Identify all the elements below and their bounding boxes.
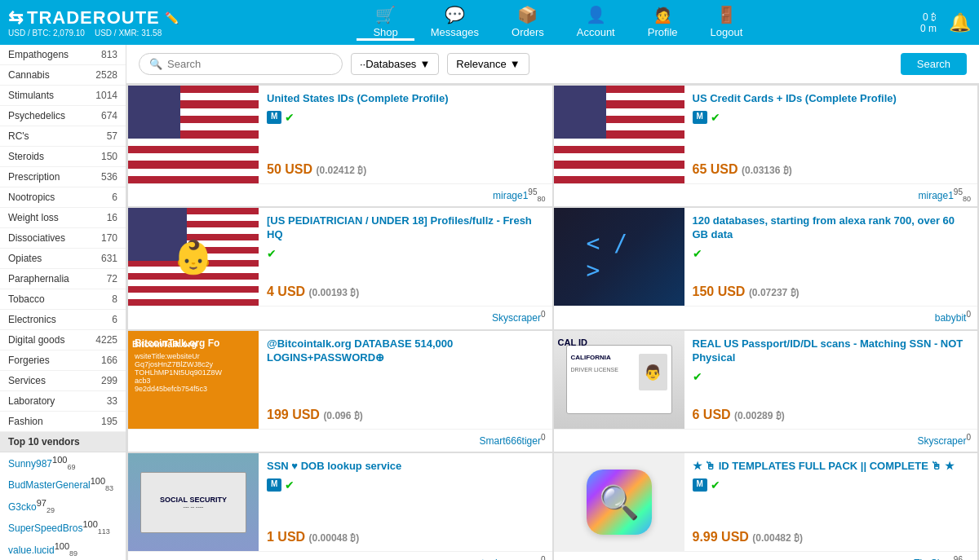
product-title[interactable]: @Bitcointalk.org DATABASE 514,000 LOGINS… [267, 337, 544, 365]
nav-shop[interactable]: 🛒 Shop [357, 5, 414, 41]
product-price: 150 USD (0.07237 ₿) [693, 284, 970, 299]
vendor-name[interactable]: babybit0 [935, 310, 971, 325]
card-info: United States IDs (Complete Profile) M✔ … [259, 86, 552, 183]
nav-orders-label: Orders [512, 26, 544, 38]
sidebar-item-laboratory[interactable]: Laboratory33 [0, 391, 126, 412]
main-layout: Empathogens813Cannabis2528Stimulants1014… [0, 45, 979, 560]
sidebar-item-steroids[interactable]: Steroids150 [0, 147, 126, 167]
sort-dropdown[interactable]: Relevance ▼ [447, 53, 529, 75]
logo-text: TRADEROUTE [27, 7, 160, 29]
sidebar-item-digital-goods[interactable]: Digital goods4225 [0, 330, 126, 351]
product-price: 9.99 USD (0.00482 ₿) [693, 530, 970, 545]
product-title[interactable]: 120 databases, starting from alexa rank … [693, 214, 970, 242]
product-title[interactable]: REAL US Passport/ID/DL scans - Matching … [693, 337, 970, 365]
vendor-rating: 0 [541, 433, 546, 442]
product-card[interactable]: 👶 [US PEDIATRICIAN / UNDER 18] Profiles/… [128, 208, 552, 329]
product-title[interactable]: US Credit Cards + IDs (Complete Profile) [693, 92, 970, 106]
card-top: 👶 [US PEDIATRICIAN / UNDER 18] Profiles/… [128, 208, 552, 306]
nav-profile[interactable]: 🙍 Profile [631, 5, 694, 41]
card-footer: Skyscraper0 [128, 306, 552, 329]
vendor-item-superspeedbros[interactable]: SuperSpeedBros100113 [0, 517, 126, 538]
sidebar-item-prescription[interactable]: Prescription536 [0, 167, 126, 187]
card-info: US Credit Cards + IDs (Complete Profile)… [684, 86, 978, 183]
top-vendors-label: Top 10 vendors [8, 436, 80, 448]
card-info: @Bitcointalk.org DATABASE 514,000 LOGINS… [259, 331, 552, 429]
user-info: 0 ₿ 0 m [920, 11, 937, 34]
card-footer: babybit0 [554, 306, 978, 329]
product-title[interactable]: [US PEDIATRICIAN / UNDER 18] Profiles/fu… [267, 214, 544, 242]
vendor-name[interactable]: Skyscraper0 [492, 310, 546, 325]
message-count-display: 0 m [920, 23, 937, 34]
sidebar-item-services[interactable]: Services299 [0, 371, 126, 391]
card-footer: Skyscraper0 [554, 429, 978, 452]
sidebar-item-rc's[interactable]: RC's57 [0, 126, 126, 147]
product-title[interactable]: United States IDs (Complete Profile) [267, 92, 544, 106]
header-right: 0 ₿ 0 m 🔔 [920, 11, 971, 34]
product-card[interactable]: United States IDs (Complete Profile) M✔ … [128, 86, 552, 206]
product-image [554, 208, 684, 306]
sort-label: Relevance [456, 58, 506, 70]
database-dropdown[interactable]: ··Databases ▼ [351, 53, 439, 75]
search-input-wrap[interactable]: 🔍 [139, 53, 343, 75]
card-footer: mirage19580 [128, 183, 552, 206]
search-button[interactable]: Search [901, 53, 967, 75]
sidebar-item-paraphernalia[interactable]: Paraphernalia72 [0, 269, 126, 289]
product-card[interactable]: US Credit Cards + IDs (Complete Profile)… [554, 86, 978, 206]
badge-check-icon: ✔ [693, 370, 702, 383]
vendor-name[interactable]: stanleymorgan0 [476, 555, 545, 560]
search-input[interactable] [167, 58, 332, 70]
vendor-name[interactable]: mirage19580 [493, 187, 546, 203]
nav-account-label: Account [577, 26, 615, 38]
sidebar-item-forgeries[interactable]: Forgeries166 [0, 351, 126, 371]
badge-check-icon: ✔ [693, 247, 702, 260]
nav-items: 🛒 Shop 💬 Messages 📦 Orders 👤 Account 🙍 P… [196, 5, 920, 41]
vendor-item-sunny987[interactable]: Sunny98710069 [0, 452, 126, 474]
sidebar-item-tobacco[interactable]: Tobacco8 [0, 289, 126, 310]
sidebar-item-weight-loss[interactable]: Weight loss16 [0, 208, 126, 228]
sort-arrow-icon: ▼ [510, 58, 521, 70]
product-card[interactable]: 120 databases, starting from alexa rank … [554, 208, 978, 329]
vendor-rating: 96 [954, 555, 963, 560]
card-top: United States IDs (Complete Profile) M✔ … [128, 86, 552, 183]
card-top: BitcoinTalk.org Fo wsiteTitle:websiteUrG… [128, 331, 552, 429]
nav-account[interactable]: 👤 Account [560, 5, 631, 41]
sidebar-item-opiates[interactable]: Opiates631 [0, 249, 126, 269]
badge-check-icon: ✔ [267, 247, 277, 260]
sidebar-item-fashion[interactable]: Fashion195 [0, 412, 126, 432]
top-vendors-section: Top 10 vendors [0, 432, 126, 452]
vendor-name[interactable]: TheShop9687 [914, 555, 971, 560]
logo[interactable]: ⇆ TRADEROUTE ✏️ [8, 7, 179, 29]
nav-messages[interactable]: 💬 Messages [414, 5, 495, 41]
product-image: 👶 [128, 208, 259, 306]
product-card[interactable]: 🔍 ★ 🖱 ID TEMPLATES FULL PACK || COMPLETE… [554, 453, 978, 560]
sidebar-item-dissociatives[interactable]: Dissociatives170 [0, 228, 126, 249]
vendor-name[interactable]: mirage19580 [919, 187, 972, 203]
vendor-item-g3cko[interactable]: G3cko9729 [0, 496, 126, 517]
vendor-name[interactable]: Smart666tiger0 [480, 433, 546, 448]
card-footer: Smart666tiger0 [128, 429, 552, 452]
sidebar-item-electronics[interactable]: Electronics6 [0, 310, 126, 330]
card-badges: ✔ [693, 370, 970, 383]
product-card[interactable]: CALIFORNIA DRIVER LICENSE 👨 REAL US Pass… [554, 331, 978, 452]
nav-orders[interactable]: 📦 Orders [495, 5, 560, 41]
vendor-item-budmastergeneral[interactable]: BudMasterGeneral10083 [0, 474, 126, 495]
product-card[interactable]: BitcoinTalk.org Fo wsiteTitle:websiteUrG… [128, 331, 552, 452]
vendor-rating: 95 [954, 187, 963, 196]
product-image: 🔍 [554, 453, 684, 551]
sidebar-item-cannabis[interactable]: Cannabis2528 [0, 65, 126, 86]
product-card[interactable]: SOCIAL SECURITY --- -- ---- SSN ♥ DOB lo… [128, 453, 552, 560]
vendor-name[interactable]: Skyscraper0 [917, 433, 971, 448]
sidebar-item-psychedelics[interactable]: Psychedelics674 [0, 106, 126, 126]
card-info: REAL US Passport/ID/DL scans - Matching … [684, 331, 978, 429]
card-top: 🔍 ★ 🖱 ID TEMPLATES FULL PACK || COMPLETE… [554, 453, 978, 551]
bell-icon[interactable]: 🔔 [949, 12, 971, 33]
sidebar-item-nootropics[interactable]: Nootropics6 [0, 187, 126, 208]
nav-logout[interactable]: 🚪 Logout [694, 5, 760, 41]
product-title[interactable]: ★ 🖱 ID TEMPLATES FULL PACK || COMPLETE 🖱… [693, 460, 970, 474]
vendor-rating: 0 [541, 555, 546, 560]
sidebar-item-stimulants[interactable]: Stimulants1014 [0, 86, 126, 106]
vendor-item-value.lucid[interactable]: value.lucid10089 [0, 539, 126, 560]
header: ⇆ TRADEROUTE ✏️ USD / BTC: 2,079.10 USD … [0, 0, 979, 45]
sidebar-item-empathogens[interactable]: Empathogens813 [0, 45, 126, 65]
product-title[interactable]: SSN ♥ DOB lookup service [267, 460, 544, 474]
